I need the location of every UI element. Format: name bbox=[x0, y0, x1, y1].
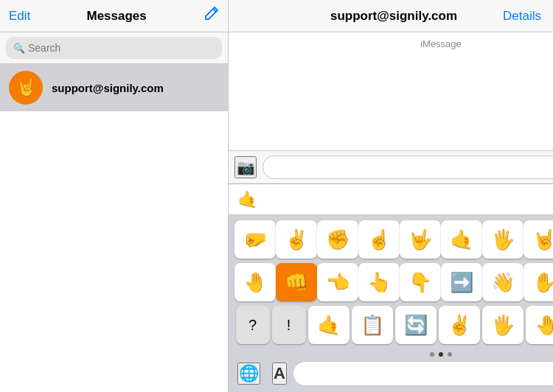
page-dots bbox=[229, 349, 553, 358]
search-bar-container: 🔍 bbox=[0, 32, 229, 64]
edit-button[interactable]: Edit bbox=[9, 9, 30, 24]
dot-3 bbox=[448, 352, 452, 357]
camera-button[interactable]: 📷 bbox=[234, 156, 257, 178]
keyboard-toolbar: 🌐 A 🖐 ↵ bbox=[229, 358, 553, 392]
sign-row-2: 🤚 👊 👈 👆 👇 ➡️ 👋 ✋ 🤙 👉 bbox=[229, 261, 553, 304]
search-input[interactable] bbox=[28, 42, 215, 54]
sign-rows: 🤛 ✌️ ✊ ☝️ 🤟 🤙 🖐 🤘 👌 🤞 🤚 👊 👈 👆 bbox=[229, 215, 553, 349]
text-input-bar[interactable] bbox=[293, 361, 553, 386]
sign-key[interactable]: 👋 bbox=[482, 263, 524, 301]
caps-button[interactable]: A bbox=[272, 363, 287, 385]
right-panel-header: support@signily.com Details bbox=[229, 0, 553, 32]
sign-key[interactable]: ✋ bbox=[524, 263, 553, 301]
right-panel: iMessage 📷 Send 🤙 ALL COPY bbox=[229, 32, 553, 392]
avatar: 🤘 bbox=[9, 71, 43, 105]
sign-key[interactable]: 🤚 bbox=[234, 263, 276, 301]
sign-row-1: 🤛 ✌️ ✊ ☝️ 🤟 🤙 🖐 🤘 👌 🤞 bbox=[229, 218, 553, 261]
sign-key[interactable]: 🤚 bbox=[526, 306, 554, 344]
sign-display: 🤙 bbox=[234, 190, 553, 209]
dot-2 bbox=[439, 352, 443, 357]
messages-title: Messages bbox=[87, 9, 147, 24]
messages-area bbox=[229, 55, 553, 150]
imessage-label: iMessage bbox=[229, 32, 553, 55]
sign-key[interactable]: 🖐 bbox=[482, 306, 524, 344]
sign-key[interactable]: ➡️ bbox=[441, 263, 482, 301]
search-icon: 🔍 bbox=[13, 43, 25, 54]
sign-key[interactable]: ☝️ bbox=[358, 220, 400, 259]
sign-key[interactable]: ✌ bbox=[439, 306, 480, 344]
sign-key[interactable]: 🤙 bbox=[441, 220, 482, 259]
sign-key[interactable]: 👆 bbox=[358, 263, 400, 301]
contact-name: support@signily.com bbox=[52, 82, 164, 94]
dot-1 bbox=[430, 352, 434, 357]
details-button[interactable]: Details bbox=[503, 9, 541, 24]
left-panel-header: Edit Messages bbox=[0, 0, 229, 32]
sign-key[interactable]: ✌️ bbox=[276, 220, 317, 259]
message-input[interactable] bbox=[262, 155, 553, 179]
message-input-row: 📷 Send bbox=[229, 150, 553, 183]
sign-key[interactable]: 👇 bbox=[400, 263, 441, 301]
avatar-emoji: 🤘 bbox=[16, 78, 36, 97]
compose-icon bbox=[203, 6, 219, 22]
recipient-email: support@signily.com bbox=[330, 9, 457, 24]
sign-key[interactable]: 👈 bbox=[317, 263, 358, 301]
compose-button[interactable] bbox=[203, 6, 219, 26]
top-bar: Edit Messages support@signily.com Detail… bbox=[0, 0, 553, 32]
sign-key[interactable]: 🤘 bbox=[524, 220, 553, 259]
toolbar-center bbox=[293, 361, 553, 386]
search-bar: 🔍 bbox=[6, 37, 222, 59]
sign-key-selected[interactable]: 👊 bbox=[276, 263, 317, 301]
main-layout: 🔍 🤘 support@signily.com iMessage 📷 Send … bbox=[0, 32, 553, 392]
contact-item[interactable]: 🤘 support@signily.com bbox=[0, 64, 228, 111]
left-panel: 🔍 🤘 support@signily.com bbox=[0, 32, 229, 392]
sign-key[interactable]: 🤙 bbox=[308, 306, 349, 344]
sign-key[interactable]: 📋 bbox=[352, 306, 393, 344]
toolbar-left: 🌐 A bbox=[237, 363, 287, 385]
sign-keyboard: 🤙 ALL COPY 🤛 ✌️ ✊ ☝️ 🤟 bbox=[229, 183, 553, 392]
sign-key[interactable]: 🖐 bbox=[482, 220, 524, 259]
sign-key[interactable]: 🔄 bbox=[395, 306, 437, 344]
sign-row-3: ? ! 🤙 📋 🔄 ✌ 🖐 🤚 🖐 , bbox=[229, 304, 553, 346]
sign-input-row: 🤙 ALL COPY bbox=[229, 184, 553, 215]
sign-key[interactable]: 🤟 bbox=[400, 220, 441, 259]
sign-key[interactable]: ? bbox=[236, 306, 270, 344]
sign-key[interactable]: ! bbox=[272, 306, 306, 344]
sign-key[interactable]: ✊ bbox=[317, 220, 358, 259]
globe-button[interactable]: 🌐 bbox=[237, 363, 260, 385]
sign-key[interactable]: 🤛 bbox=[234, 220, 276, 259]
